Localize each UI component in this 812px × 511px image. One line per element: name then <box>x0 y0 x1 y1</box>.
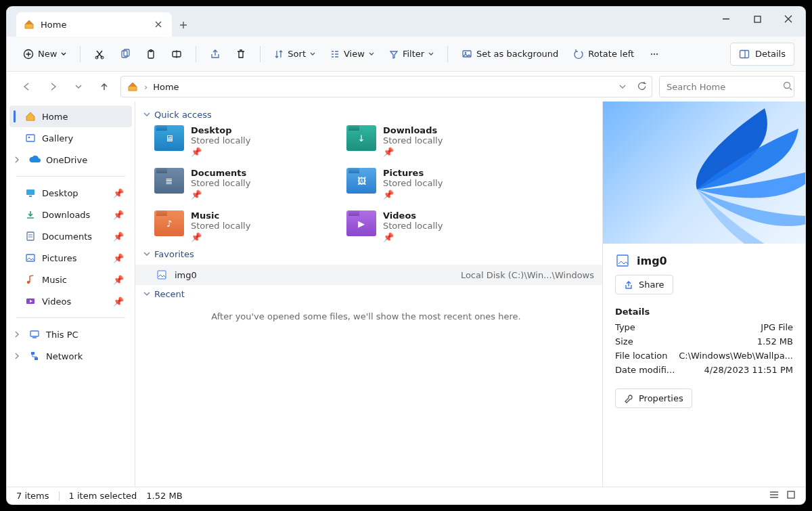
main-content: Quick access 🖥 Desktop Stored locally 📌↓… <box>135 102 602 487</box>
share-button[interactable] <box>204 43 226 66</box>
home-icon <box>24 110 37 123</box>
qa-sub: Stored locally <box>191 221 250 231</box>
cloud-icon <box>28 154 41 166</box>
favorites-item-location: Local Disk (C:)\Win...\Windows <box>461 270 594 280</box>
sidebar-item-onedrive[interactable]: OneDrive <box>9 149 132 171</box>
qa-name: Documents <box>191 168 250 178</box>
folder-icon: ≣ <box>154 168 184 194</box>
new-button-label: New <box>38 49 57 59</box>
qa-name: Desktop <box>191 125 250 135</box>
section-favorites[interactable]: Favorites <box>143 249 591 259</box>
chevron-down-icon <box>143 289 150 299</box>
refresh-button[interactable] <box>637 81 646 93</box>
search-input[interactable] <box>665 81 783 93</box>
filter-button[interactable]: Filter <box>384 43 439 66</box>
pin-icon: 📌 <box>113 296 124 307</box>
cut-button[interactable] <box>89 43 110 66</box>
image-file-icon <box>156 269 168 281</box>
more-button[interactable] <box>644 43 665 66</box>
home-icon <box>127 81 139 93</box>
sidebar-item-music[interactable]: Music📌 <box>9 269 132 290</box>
rotate-left-button[interactable]: Rotate left <box>568 43 639 66</box>
document-icon <box>24 230 37 242</box>
details-row: TypeJPG File <box>615 322 793 332</box>
nav-back-button[interactable] <box>18 77 37 96</box>
svg-point-13 <box>656 53 658 54</box>
search-box[interactable] <box>659 76 794 97</box>
properties-button[interactable]: Properties <box>615 388 692 408</box>
tab-home[interactable]: Home <box>16 12 172 37</box>
details-row: Size1.52 MB <box>615 336 793 347</box>
section-quick-access[interactable]: Quick access <box>143 110 591 120</box>
quick-access-item[interactable]: 🖥 Desktop Stored locally 📌 <box>154 125 330 157</box>
window-minimize-button[interactable] <box>710 8 742 30</box>
quick-access-item[interactable]: ▶ Videos Stored locally 📌 <box>346 210 522 242</box>
quick-access-item[interactable]: ♪ Music Stored locally 📌 <box>154 210 330 242</box>
svg-point-12 <box>654 53 655 54</box>
sidebar-item-gallery[interactable]: Gallery <box>9 127 132 149</box>
status-item-count: 7 items <box>16 491 49 501</box>
address-dropdown-icon[interactable] <box>619 82 626 92</box>
view-button[interactable]: View <box>325 43 380 66</box>
svg-point-11 <box>651 53 652 54</box>
window-maximize-button[interactable] <box>742 8 773 30</box>
view-label: View <box>344 49 365 59</box>
rename-button[interactable] <box>166 43 187 66</box>
qa-name: Downloads <box>383 125 443 135</box>
quick-access-item[interactable]: ↓ Downloads Stored locally 📌 <box>346 125 522 157</box>
view-large-icon[interactable] <box>786 490 796 502</box>
pc-icon <box>28 328 41 340</box>
set-as-background-button[interactable]: Set as background <box>456 43 564 66</box>
sidebar-item-documents[interactable]: Documents📌 <box>9 225 132 247</box>
new-button[interactable]: New <box>18 43 72 66</box>
sidebar-item-home[interactable]: Home <box>9 106 132 127</box>
nav-forward-button[interactable] <box>43 77 62 96</box>
music-icon <box>24 273 37 286</box>
window-close-button[interactable] <box>773 8 804 30</box>
copy-button[interactable] <box>114 43 136 66</box>
sidebar-item-desktop[interactable]: Desktop📌 <box>9 182 132 204</box>
sort-button[interactable]: Sort <box>269 43 321 66</box>
share-button[interactable]: Share <box>615 275 673 294</box>
tab-close-icon[interactable] <box>152 18 165 31</box>
sidebar: Home Gallery OneDrive Desktop📌 Downloads… <box>7 102 135 487</box>
sidebar-item-network[interactable]: Network <box>9 345 132 367</box>
breadcrumb[interactable]: Home <box>153 82 179 92</box>
nav-up-button[interactable] <box>95 77 114 96</box>
new-tab-button[interactable] <box>172 14 195 37</box>
details-key: Size <box>615 336 633 347</box>
sidebar-item-label: Network <box>46 351 83 361</box>
svg-rect-24 <box>31 352 35 355</box>
sidebar-item-videos[interactable]: Videos📌 <box>9 290 132 312</box>
sidebar-item-pictures[interactable]: Pictures📌 <box>9 247 132 269</box>
sidebar-item-label: Gallery <box>42 133 73 143</box>
details-key: Date modifi... <box>615 365 675 375</box>
details-label: Details <box>755 49 786 59</box>
network-icon <box>28 350 41 362</box>
quick-access-item[interactable]: ≣ Documents Stored locally 📌 <box>154 168 330 200</box>
sidebar-item-this-pc[interactable]: This PC <box>9 324 132 345</box>
chevron-right-icon <box>14 155 23 165</box>
section-label: Recent <box>154 289 185 299</box>
pin-icon: 📌 <box>113 210 124 220</box>
view-details-icon[interactable] <box>769 490 780 502</box>
favorites-item[interactable]: img0 Local Disk (C:)\Win...\Windows <box>135 265 602 285</box>
qa-name: Videos <box>383 210 443 221</box>
svg-rect-19 <box>27 232 34 240</box>
section-recent[interactable]: Recent <box>143 289 591 299</box>
details-pane-button[interactable]: Details <box>730 43 794 66</box>
nav-recent-button[interactable] <box>69 77 88 96</box>
address-bar[interactable]: › Home <box>120 76 652 97</box>
search-icon <box>783 81 792 93</box>
sidebar-item-downloads[interactable]: Downloads📌 <box>9 204 132 225</box>
paste-button[interactable] <box>140 43 162 66</box>
folder-icon: 🖼 <box>346 168 376 194</box>
delete-button[interactable] <box>230 43 252 66</box>
qa-sub: Stored locally <box>383 135 443 146</box>
details-value: C:\Windows\Web\Wallpa... <box>679 351 793 361</box>
preview-image <box>603 102 805 244</box>
quick-access-item[interactable]: 🖼 Pictures Stored locally 📌 <box>346 168 522 200</box>
details-filename: img0 <box>637 254 667 267</box>
pin-icon: 📌 <box>191 232 250 242</box>
details-key: File location <box>615 351 667 361</box>
